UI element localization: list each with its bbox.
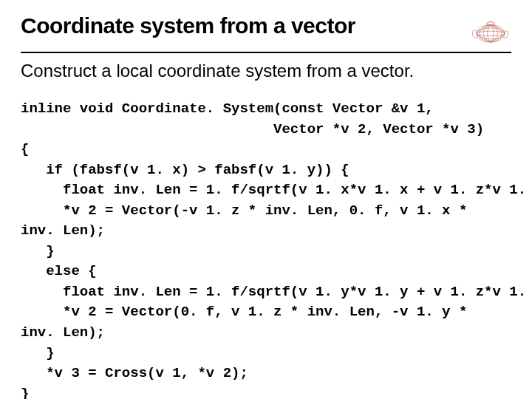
svg-point-0 (477, 25, 505, 42)
svg-point-3 (480, 25, 502, 42)
teapot-icon (470, 12, 511, 47)
slide-header: Coordinate system from a vector (21, 13, 511, 53)
slide: Coordinate system from a vector (0, 0, 532, 399)
svg-point-5 (488, 25, 494, 42)
slide-title: Coordinate system from a vector (21, 13, 355, 39)
code-block: inline void Coordinate. System(const Vec… (21, 99, 511, 399)
svg-point-2 (477, 31, 505, 35)
slide-subtitle: Construct a local coordinate system from… (21, 61, 511, 81)
